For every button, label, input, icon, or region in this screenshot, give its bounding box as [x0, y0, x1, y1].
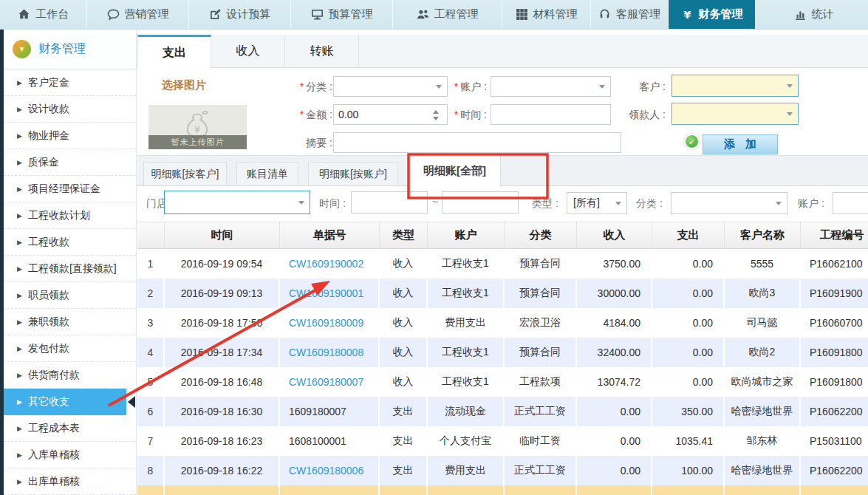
entry-tab[interactable]: 支出: [137, 35, 211, 68]
ledger-tab[interactable]: 明细账[按账户]: [308, 162, 398, 185]
nav-item-label: 统计: [812, 7, 834, 21]
table-row[interactable]: 32016-09-18 17:50CW1609180009收入费用支出宏浪卫浴4…: [137, 308, 868, 338]
sidebar-item-label: 发包付款: [28, 342, 69, 355]
nav-item-4[interactable]: 预算管理: [291, 0, 393, 29]
sidebar-item[interactable]: ▶项目经理保证金: [4, 176, 136, 202]
sidebar-item[interactable]: ▶出库单稽核: [4, 468, 136, 495]
triangle-bullet-icon: ▶: [17, 106, 22, 113]
table-row[interactable]: 62016-09-18 16:301609180007支出流动现金正式工工资0.…: [137, 397, 868, 426]
step-down-icon[interactable]: [433, 117, 439, 123]
add-button[interactable]: 添 加: [703, 134, 778, 154]
ledger-tab[interactable]: 明细账[全部]: [409, 154, 501, 186]
summary-label: 摘要 :: [287, 137, 332, 150]
triangle-bullet-icon: ▶: [17, 185, 22, 193]
table-cell: P16062100: [801, 249, 868, 279]
sidebar-item[interactable]: ▶工程收款计划: [4, 202, 136, 229]
table-cell: CW1609180008: [280, 338, 380, 367]
doc-number-link[interactable]: CW1609180008: [289, 346, 363, 358]
doc-number-link[interactable]: CW1609180006: [289, 465, 363, 477]
main-content: 支出收入转账 选择图片 ¥ 暂未上传图片 *分类 : *账户 : 客户 : *金…: [137, 30, 868, 495]
table-cell: 收入: [380, 249, 428, 279]
grid-icon: [516, 8, 528, 21]
sidebar-item[interactable]: ▶其它收支: [4, 389, 126, 415]
table-cell: 欧尚城市之家: [725, 367, 801, 397]
chevron-down-icon: [298, 201, 304, 208]
table-cell: 正式工工资: [505, 456, 577, 485]
sidebar-item[interactable]: ▶工程领款[直接领款]: [4, 256, 136, 282]
sidebar-item[interactable]: ▶发包付款: [4, 335, 136, 362]
doc-number-link[interactable]: CW1609180009: [289, 317, 363, 329]
entry-tab[interactable]: 转账: [285, 35, 359, 67]
app-window: 工作台营销管理设计预算预算管理工程管理材料管理客服管理¥财务管理统计 ▼ 财务管…: [0, 0, 868, 495]
nav-item-8[interactable]: ¥财务管理: [669, 0, 755, 29]
table-cell: 收入: [380, 367, 428, 397]
customer-select[interactable]: [671, 75, 799, 97]
amount-input[interactable]: [333, 104, 448, 125]
table-cell: 费用支出: [428, 308, 505, 338]
table-cell: 支出: [380, 456, 428, 485]
time-input[interactable]: [491, 104, 611, 125]
collapse-module-icon[interactable]: ▼: [13, 40, 31, 58]
account-select[interactable]: [491, 76, 611, 97]
table-row[interactable]: 12016-09-19 09:54CW1609190002收入工程收支1预算合同…: [137, 249, 868, 279]
nav-item-3[interactable]: 设计预算: [189, 0, 291, 29]
summary-input[interactable]: [333, 132, 621, 153]
table-row[interactable]: 72016-09-18 16:231608100001支出个人支付宝临时工资0.…: [137, 426, 868, 456]
sidebar-item[interactable]: ▶入库单稽核: [4, 442, 136, 468]
table-cell: 临时工资: [505, 426, 577, 456]
image-picker-label[interactable]: 选择图片: [162, 78, 206, 92]
sidebar-item[interactable]: ▶质保金: [4, 149, 136, 176]
sidebar-item[interactable]: ▶工程收款: [4, 229, 136, 256]
sidebar-item[interactable]: ▶客户定金: [4, 69, 136, 96]
nav-item-6[interactable]: 材料管理: [502, 0, 591, 29]
type-filter-select[interactable]: [所有]: [567, 192, 627, 214]
table-row[interactable]: 42016-09-18 17:34CW1609180008收入工程收支1预算合同…: [137, 338, 868, 367]
ledger-tab[interactable]: 账目清单: [236, 162, 298, 185]
nav-item-1[interactable]: 工作台: [0, 0, 87, 29]
store-filter-select[interactable]: [164, 191, 310, 214]
ledger-tab[interactable]: 明细账[按客户]: [143, 162, 227, 185]
nav-item-5[interactable]: 工程管理: [393, 0, 502, 29]
nav-item-2[interactable]: 营销管理: [87, 0, 189, 29]
sidebar-item[interactable]: ▶兼职领款: [4, 309, 136, 335]
table-row[interactable]: 52016-09-18 16:48CW1609180007收入工程收支1工程款项…: [137, 367, 868, 397]
sidebar-item-label: 入库单稽核: [28, 448, 80, 462]
table-cell: 0.00: [652, 249, 725, 279]
doc-number-link[interactable]: CW1609180007: [289, 376, 363, 388]
sidebar-item-label: 物业押金: [28, 129, 69, 143]
customer-label: 客户 :: [621, 81, 666, 94]
sidebar-item[interactable]: ▶职员领款: [4, 282, 136, 309]
sidebar-item[interactable]: ▶供货商付款: [4, 362, 136, 389]
time-from-input[interactable]: [351, 191, 428, 214]
table-cell: 3: [137, 308, 165, 338]
sidebar-item[interactable]: ▶物业押金: [4, 123, 136, 149]
sidebar-item[interactable]: ▶工程成本表: [4, 415, 136, 442]
time-label: *时间 :: [441, 109, 487, 122]
table-cell: CW1609190002: [280, 249, 380, 279]
table-cell: 2016-09-19 09:54: [165, 249, 280, 279]
table-cell: 100.00: [652, 456, 725, 485]
time-to-input[interactable]: [442, 191, 519, 214]
doc-number-link[interactable]: CW1609190001: [289, 287, 363, 299]
account-filter-input[interactable]: [833, 192, 868, 214]
top-navigation: 工作台营销管理设计预算预算管理工程管理材料管理客服管理¥财务管理统计: [0, 0, 868, 30]
payee-select[interactable]: [671, 103, 799, 125]
doc-number-link[interactable]: CW1609190002: [289, 258, 363, 270]
svg-text:¥: ¥: [194, 124, 200, 135]
entry-tab[interactable]: 收入: [211, 35, 285, 67]
table-header-cell: 时间: [165, 222, 280, 249]
table-header-cell: 支出: [652, 222, 725, 249]
highlighted-partial-row[interactable]: [137, 485, 868, 495]
sidebar-item[interactable]: ▶设计收款: [4, 96, 136, 123]
category-filter-select[interactable]: [671, 192, 787, 214]
nav-item-9[interactable]: 统计: [755, 0, 868, 29]
step-up-icon[interactable]: [433, 107, 439, 114]
table-row[interactable]: 22016-09-19 09:13CW1609190001收入工程收支1预算合同…: [137, 279, 868, 308]
nav-item-7[interactable]: 客服管理: [591, 0, 669, 29]
category-select[interactable]: [333, 76, 448, 97]
triangle-bullet-icon: ▶: [17, 345, 22, 352]
triangle-bullet-icon: ▶: [17, 265, 22, 273]
account-filter-label: 账户 :: [798, 197, 824, 211]
table-row[interactable]: 82016-09-18 16:22CW1609180006支出费用支出正式工工资…: [137, 456, 868, 485]
image-upload-box[interactable]: ¥ 暂未上传图片: [148, 105, 247, 149]
